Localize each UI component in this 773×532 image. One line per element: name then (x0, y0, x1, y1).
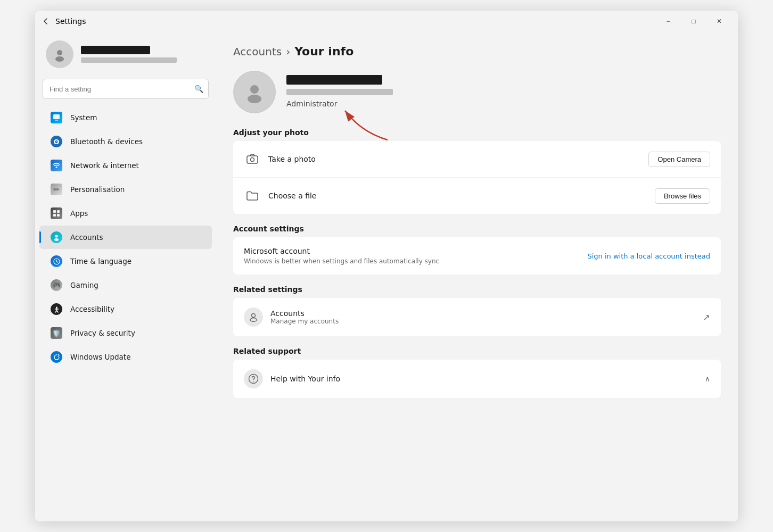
update-icon (50, 351, 63, 363)
sidebar-item-label-accounts: Accounts (70, 233, 103, 242)
microsoft-account-title: Microsoft account (244, 247, 439, 255)
bluetooth-icon: ʘ (50, 135, 63, 148)
sidebar-user-profile (35, 32, 216, 79)
help-icon (244, 369, 263, 388)
svg-point-25 (253, 381, 254, 382)
sidebar-item-label-bluetooth: Bluetooth & devices (70, 137, 143, 146)
take-photo-row[interactable]: Take a photo Open Camera (233, 141, 721, 178)
user-info (81, 46, 177, 63)
svg-point-9 (55, 235, 58, 238)
svg-point-10 (54, 238, 59, 241)
sidebar-item-label-network: Network & internet (70, 161, 139, 170)
take-photo-label: Take a photo (268, 155, 648, 163)
svg-point-1 (55, 56, 64, 62)
microsoft-account-desc: Windows is better when settings and file… (244, 257, 439, 265)
network-icon (50, 159, 63, 172)
svg-point-21 (251, 158, 254, 162)
sidebar-item-personalisation[interactable]: ✏️ Personalisation (39, 178, 212, 201)
svg-point-17 (250, 85, 259, 94)
help-row[interactable]: Help with Your info ∧ (233, 360, 721, 398)
avatar (46, 40, 73, 68)
sidebar-item-update[interactable]: Windows Update (39, 345, 212, 369)
sidebar-item-gaming[interactable]: 🎮 Gaming (39, 273, 212, 297)
sidebar-item-accessibility[interactable]: Accessibility (39, 297, 212, 321)
svg-rect-7 (53, 214, 56, 217)
titlebar-controls: − □ ✕ (656, 13, 731, 30)
apps-icon (50, 207, 63, 220)
close-button[interactable]: ✕ (707, 13, 731, 30)
titlebar-left: Settings (42, 17, 656, 26)
breadcrumb-current: Your info (294, 45, 353, 58)
sidebar-item-label-apps: Apps (70, 209, 88, 218)
profile-name-bar (286, 75, 382, 85)
maximize-button[interactable]: □ (681, 13, 706, 30)
related-accounts-title: Accounts (270, 309, 703, 318)
open-camera-action: Open Camera (648, 152, 710, 167)
breadcrumb: Accounts › Your info (233, 45, 721, 58)
adjust-photo-card: Take a photo Open Camera Choose a file (233, 141, 721, 214)
sidebar-item-time[interactable]: Time & language (39, 250, 212, 273)
minimize-button[interactable]: − (656, 13, 680, 30)
breadcrumb-parent[interactable]: Accounts (233, 45, 282, 58)
sidebar-item-label-time: Time & language (70, 257, 131, 265)
folder-icon (244, 187, 261, 204)
related-accounts-icon (244, 307, 263, 327)
sidebar-item-system[interactable]: System (39, 106, 212, 129)
browse-files-action: Browse files (655, 188, 710, 204)
profile-avatar-icon (243, 80, 266, 104)
svg-point-0 (57, 50, 62, 55)
browse-files-button[interactable]: Browse files (655, 188, 710, 204)
accessibility-icon-svg (53, 306, 60, 313)
account-settings-left: Microsoft account Windows is better when… (244, 247, 439, 265)
svg-rect-5 (53, 210, 56, 213)
sidebar-item-label-personalisation: Personalisation (70, 185, 125, 194)
search-input[interactable] (43, 79, 209, 99)
sidebar-item-accounts[interactable]: Accounts (39, 226, 212, 249)
search-box: 🔍 (43, 79, 209, 99)
user-info-section: Administrator (233, 71, 721, 113)
nav-list: System ʘ Bluetooth & devices (35, 105, 216, 369)
sidebar-item-label-accessibility: Accessibility (70, 305, 114, 313)
main-content: Accounts › Your info Administrator (216, 32, 738, 521)
sidebar-item-label-update: Windows Update (70, 353, 130, 361)
svg-point-23 (250, 318, 257, 322)
user-name-bar (81, 46, 150, 54)
open-camera-button[interactable]: Open Camera (648, 152, 710, 167)
breadcrumb-separator: › (286, 45, 290, 58)
sidebar-item-privacy[interactable]: 🛡️ Privacy & security (39, 321, 212, 345)
sidebar-item-bluetooth[interactable]: ʘ Bluetooth & devices (39, 130, 212, 153)
time-icon (50, 255, 63, 268)
camera-icon (244, 151, 261, 168)
sidebar-item-apps[interactable]: Apps (39, 202, 212, 225)
sign-in-local-link[interactable]: Sign in with a local account instead (587, 252, 710, 260)
back-icon[interactable] (42, 17, 50, 26)
time-icon-svg (53, 258, 60, 265)
network-icon-svg (53, 162, 60, 169)
system-icon-svg (53, 114, 60, 121)
gaming-icon: 🎮 (50, 279, 63, 292)
window-body: 🔍 System ʘ Bluetooth & (35, 32, 738, 521)
related-support-section: Related support Help with Your info ∧ (233, 347, 721, 398)
svg-rect-6 (57, 210, 60, 213)
system-icon (50, 111, 63, 124)
sidebar-item-label-privacy: Privacy & security (70, 329, 135, 337)
user-email-bar (81, 57, 177, 63)
user-avatar-icon (52, 47, 67, 62)
svg-point-4 (56, 167, 57, 168)
account-settings-title: Account settings (233, 225, 721, 233)
titlebar: Settings − □ ✕ (35, 11, 738, 32)
related-accounts-row[interactable]: Accounts Manage my accounts ↗ (233, 298, 721, 336)
accounts-icon (50, 231, 63, 244)
svg-rect-2 (53, 114, 60, 119)
profile-email-bar (286, 89, 393, 95)
svg-rect-3 (55, 120, 58, 121)
titlebar-title: Settings (55, 17, 86, 26)
sidebar-item-network[interactable]: Network & internet (39, 154, 212, 177)
help-label: Help with Your info (270, 375, 705, 383)
related-accounts-text: Accounts Manage my accounts (270, 309, 703, 325)
choose-file-row[interactable]: Choose a file Browse files (233, 178, 721, 214)
search-icon: 🔍 (194, 85, 203, 93)
choose-file-label: Choose a file (268, 192, 655, 200)
apps-icon-svg (53, 210, 60, 217)
adjust-photo-title: Adjust your photo (233, 128, 721, 137)
